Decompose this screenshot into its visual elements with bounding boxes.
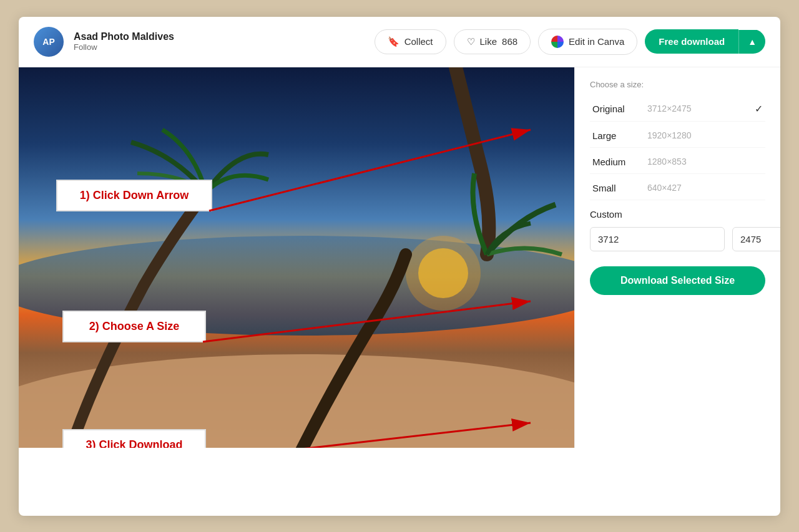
collect-button[interactable]: 🔖 Collect xyxy=(375,29,446,54)
content-area: 1) Click Down Arrow 2) Choose A Size 3) … xyxy=(19,67,780,448)
avatar: AP xyxy=(34,27,64,57)
size-name-original: Original xyxy=(592,104,642,114)
canva-icon xyxy=(551,36,564,48)
dropdown-panel: Choose a size: Original 3712×2475 ✓ Larg… xyxy=(574,67,780,448)
annotation-step2: 2) Choose A Size xyxy=(62,311,206,342)
main-container: AP Asad Photo Maldives Follow 🔖 Collect … xyxy=(19,17,780,516)
like-count: 868 xyxy=(502,36,517,47)
choose-size-label: Choose a size: xyxy=(590,80,765,89)
size-option-small[interactable]: Small 640×427 xyxy=(590,177,765,200)
custom-inputs xyxy=(590,227,765,251)
like-button[interactable]: ♡ Like 868 xyxy=(454,29,531,54)
header: AP Asad Photo Maldives Follow 🔖 Collect … xyxy=(19,17,780,67)
size-option-original[interactable]: Original 3712×2475 ✓ xyxy=(590,97,765,122)
size-dims-small: 640×427 xyxy=(647,183,682,193)
canva-label: Edit in Canva xyxy=(569,36,624,47)
heart-icon: ♡ xyxy=(467,36,475,47)
custom-width-input[interactable] xyxy=(590,227,725,251)
header-actions: 🔖 Collect ♡ Like 868 Edit in Canva Free … xyxy=(375,29,765,55)
size-option-large[interactable]: Large 1920×1280 xyxy=(590,124,765,148)
free-download-group: Free download ▲ xyxy=(645,29,765,54)
free-download-button[interactable]: Free download xyxy=(645,29,738,54)
size-dims-original: 3712×2475 xyxy=(647,104,691,114)
download-selected-size-button[interactable]: Download Selected Size xyxy=(590,266,765,295)
custom-label: Custom xyxy=(590,209,765,220)
author-info: Asad Photo Maldives Follow xyxy=(74,31,174,52)
custom-height-input[interactable] xyxy=(732,227,780,251)
svg-point-4 xyxy=(406,236,481,311)
size-dims-medium: 799×532 xyxy=(647,157,687,167)
like-label: Like xyxy=(480,36,498,47)
palm-overlay xyxy=(19,67,574,448)
size-option-medium[interactable]: Medium 799×532 xyxy=(590,150,765,174)
size-check-original: ✓ xyxy=(755,103,763,115)
follow-link[interactable]: Follow xyxy=(74,42,174,52)
size-name-large: Large xyxy=(592,130,642,141)
bookmark-icon: 🔖 xyxy=(388,36,400,47)
size-name-medium: Medium xyxy=(592,157,642,167)
image-section: 1) Click Down Arrow 2) Choose A Size 3) … xyxy=(19,67,574,448)
size-name-small: Small xyxy=(592,183,642,193)
collect-label: Collect xyxy=(404,36,433,47)
annotation-step1: 1) Click Down Arrow xyxy=(56,180,212,211)
annotation-step3: 3) Click Download xyxy=(62,429,206,448)
beach-image: 1) Click Down Arrow 2) Choose A Size 3) … xyxy=(19,67,574,448)
author-name: Asad Photo Maldives xyxy=(74,31,174,42)
canva-button[interactable]: Edit in Canva xyxy=(538,29,637,55)
free-download-arrow-button[interactable]: ▲ xyxy=(738,30,765,54)
size-dims-large: 1920×1280 xyxy=(647,130,691,140)
